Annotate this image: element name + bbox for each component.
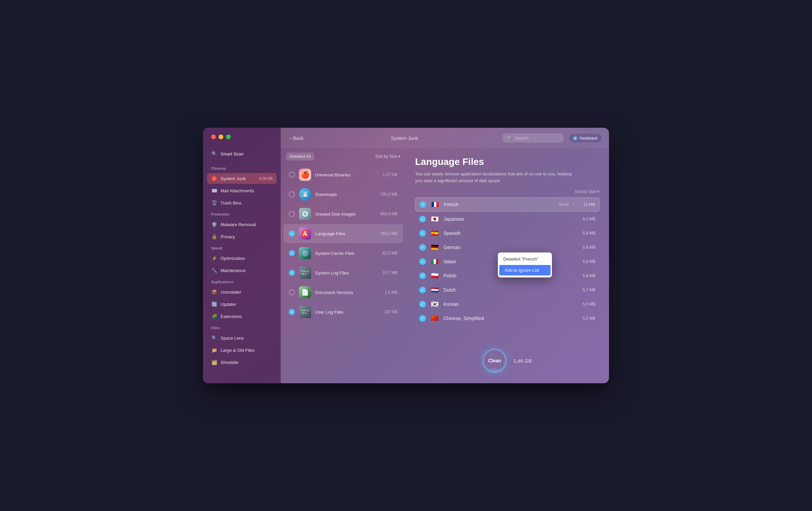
item-checkbox-system-cache[interactable] — [289, 250, 295, 256]
maximize-button[interactable] — [226, 135, 231, 139]
item-checkbox-universal-binaries[interactable] — [289, 172, 295, 178]
clean-button[interactable]: Clean — [483, 349, 506, 372]
list-item[interactable]: 💿 Unused Disk Images 568,4 MB — [283, 204, 403, 223]
sidebar-item-large-old-files[interactable]: 📁 Large & Old Files — [207, 345, 277, 356]
list-item[interactable]: ⬇️ Downloads 736,2 MB — [283, 185, 403, 204]
list-item[interactable]: ⚙️ System Cache Files 82,5 MB — [283, 244, 403, 263]
clean-section: Clean 1,46 GB — [415, 343, 600, 375]
deselect-all-button[interactable]: Deselect All — [286, 152, 314, 161]
list-item-language-files[interactable]: 🅰️ Language Files 160,2 MB — [283, 224, 403, 243]
minimize-button[interactable] — [219, 135, 223, 139]
lang-chevron-korean: › — [573, 302, 575, 307]
privacy-icon: 🔒 — [211, 234, 217, 240]
sidebar-item-smart-scan[interactable]: 🔍 Smart Scan — [207, 148, 277, 160]
lang-checkbox-korean[interactable] — [419, 301, 426, 308]
lang-item-japanese[interactable]: 🇯🇵 Japanese › 9,3 MB — [415, 212, 600, 226]
lang-checkbox-spanish[interactable] — [419, 230, 426, 237]
context-menu: Deselect "French" Add to Ignore List — [498, 252, 552, 277]
lang-checkbox-chinese-simplified[interactable] — [419, 315, 426, 322]
item-checkbox-user-log[interactable] — [289, 309, 295, 315]
lang-size-polish: 5,8 MB — [579, 273, 595, 278]
lang-chevron-polish: › — [573, 273, 575, 278]
item-name-universal-binaries: Universal Binaries — [315, 172, 379, 177]
optimization-label: Optimization — [221, 256, 273, 261]
lang-chevron-french: › — [573, 202, 574, 207]
sidebar-item-optimization[interactable]: ⚡ Optimization — [207, 253, 277, 264]
dutch-flag-icon: 🇳🇱 — [430, 287, 439, 293]
item-checkbox-system-log[interactable] — [289, 270, 295, 276]
list-panel: Deselect All Sort by Size ▾ 🍎 Universal … — [281, 148, 406, 383]
sidebar-item-space-lens[interactable]: 🔍 Space Lens — [207, 333, 277, 343]
lang-name-korean: Korean — [443, 301, 569, 307]
lang-item-dutch[interactable]: 🇳🇱 Dutch › 5,7 MB — [415, 283, 600, 297]
updater-icon: 🔄 — [211, 301, 217, 307]
shredder-icon: 🗂️ — [211, 359, 217, 365]
lang-item-chinese-simplified[interactable]: 🇨🇳 Chinese, Simplified › 5,5 MB — [415, 312, 600, 325]
sidebar-item-updater[interactable]: 🔄 Updater — [207, 299, 277, 310]
item-checkbox-downloads[interactable] — [289, 191, 295, 197]
item-checkbox-document-versions[interactable] — [289, 289, 295, 295]
sidebar-item-uninstaller[interactable]: 📦 Uninstaller — [207, 287, 277, 297]
mail-label: Mail Attachments — [221, 188, 273, 193]
sidebar-item-extensions[interactable]: 🧩 Extensions — [207, 311, 277, 322]
lang-show-french[interactable]: Show — [559, 202, 569, 207]
item-size-disk-images: 568,4 MB — [380, 212, 398, 216]
assistant-button[interactable]: Assistant — [569, 133, 602, 143]
sidebar: 🔍 Smart Scan Cleanup J System Junk 4,28 … — [203, 128, 281, 383]
detail-sort-button[interactable]: Sort by Size ▾ — [415, 189, 600, 194]
sidebar-item-shredder[interactable]: 🗂️ Shredder — [207, 357, 277, 368]
lang-item-spanish[interactable]: 🇪🇸 Spanish › 5,9 MB — [415, 226, 600, 240]
close-button[interactable] — [211, 135, 216, 139]
lang-size-japanese: 9,3 MB — [579, 217, 595, 221]
back-button[interactable]: ‹ Back — [287, 134, 306, 142]
item-name-language-files: Language Files — [315, 231, 376, 236]
lang-size-korean: 5,5 MB — [579, 302, 595, 307]
list-toolbar: Deselect All Sort by Size ▾ — [281, 152, 406, 165]
search-input[interactable] — [515, 136, 559, 141]
list-item[interactable]: TEM 1056 0... System Log Files 25,7 MB — [283, 263, 403, 282]
context-menu-deselect[interactable]: Deselect "French" — [498, 254, 552, 264]
lang-checkbox-dutch[interactable] — [419, 287, 426, 293]
list-item[interactable]: TEM 1056 0... User Log Files 197 KB — [283, 302, 403, 321]
item-checkbox-disk-images[interactable] — [289, 211, 295, 217]
detail-description: You can easily remove application locali… — [415, 171, 577, 184]
item-size-universal-binaries: 1,27 GB — [383, 172, 398, 177]
lang-chevron-dutch: › — [573, 288, 575, 292]
search-bar[interactable]: 🔍 — [503, 133, 563, 143]
context-menu-ignore[interactable]: Add to Ignore List — [499, 265, 551, 275]
lang-checkbox-japanese[interactable] — [419, 216, 426, 222]
lang-checkbox-german[interactable] — [419, 244, 426, 251]
list-item[interactable]: 🍎 Universal Binaries 1,27 GB — [283, 165, 403, 184]
list-item[interactable]: 📄 Document Versions 1,5 MB — [283, 283, 403, 302]
language-list: 🇫🇷 French Show › 11 MB Deselect "French"… — [415, 197, 600, 343]
detail-panel: Language Files You can easily remove app… — [406, 148, 609, 383]
lang-item-french[interactable]: 🇫🇷 French Show › 11 MB Deselect "French"… — [415, 197, 600, 212]
sidebar-item-malware-removal[interactable]: 🛡️ Malware Removal — [207, 219, 277, 230]
sidebar-item-mail-attachments[interactable]: ✉️ Mail Attachments — [207, 185, 277, 196]
item-checkbox-language-files[interactable] — [289, 230, 295, 237]
topbar: ‹ Back System Junk 🔍 Assistant — [281, 128, 609, 148]
sidebar-item-privacy[interactable]: 🔒 Privacy — [207, 231, 277, 242]
maintenance-icon: 🔧 — [211, 267, 217, 273]
lang-checkbox-polish[interactable] — [419, 272, 426, 279]
language-files-icon: 🅰️ — [299, 227, 311, 240]
uninstaller-label: Uninstaller — [221, 290, 273, 295]
trash-icon: 🗑️ — [211, 200, 217, 206]
item-size-document-versions: 1,5 MB — [385, 290, 398, 295]
lang-item-german[interactable]: 🇩🇪 German › 5,8 MB — [415, 241, 600, 254]
item-name-user-log: User Log Files — [315, 310, 380, 315]
lang-chevron-german: › — [573, 245, 575, 250]
item-name-system-log: System Log Files — [315, 270, 378, 275]
lang-size-dutch: 5,7 MB — [579, 288, 595, 292]
lang-item-korean[interactable]: 🇰🇷 Korean › 5,5 MB — [415, 297, 600, 311]
item-name-system-cache: System Cache Files — [315, 251, 378, 256]
large-files-label: Large & Old Files — [221, 348, 273, 353]
lang-checkbox-italian[interactable] — [419, 258, 426, 265]
sidebar-item-trash-bins[interactable]: 🗑️ Trash Bins — [207, 197, 277, 208]
lang-size-spanish: 5,9 MB — [579, 231, 595, 236]
lang-chevron-italian: › — [573, 259, 575, 264]
lang-checkbox-french[interactable] — [420, 201, 426, 208]
sidebar-item-system-junk[interactable]: J System Junk 4,28 GB — [207, 173, 277, 184]
list-sort-button[interactable]: Sort by Size ▾ — [375, 154, 400, 159]
sidebar-item-maintenance[interactable]: 🔧 Maintenance — [207, 265, 277, 276]
